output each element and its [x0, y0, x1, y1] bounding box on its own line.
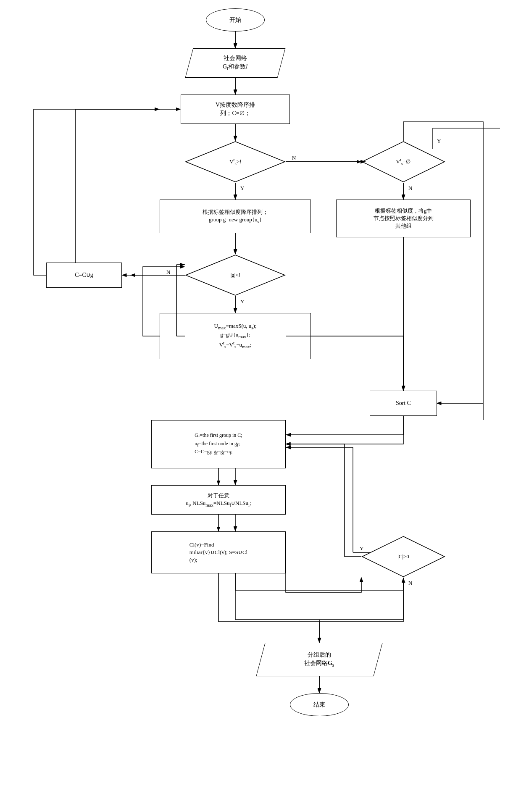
output-label: 分组后的社会网络Gs	[304, 651, 334, 669]
label-n1: N	[292, 155, 296, 161]
nlsu-rect: 对于任意 ui, NLSumax=NLSuf∪NLSui;	[151, 485, 286, 515]
diamond-g-l: |g|<l	[185, 254, 286, 296]
label-y3: Y	[240, 298, 244, 305]
merge-cg-rect: C=C∪g	[46, 263, 122, 288]
umax-label: Umax=maxS(u, us); g=g∪{umax}; Vts=Vts−um…	[214, 322, 257, 350]
nlsu-label: 对于任意 ui, NLSumax=NLSuf∪NLSui;	[186, 492, 251, 508]
distribute-label: 根据标签相似度，将g中节点按照标签相似度分到其他组	[372, 205, 435, 232]
sort-v-rect: V按度数降序排列；C=∅；	[181, 95, 290, 124]
input-parallelogram: 社会网络 Gt和参数l	[189, 48, 282, 78]
diamond-vs-empty: Vts=∅	[361, 141, 445, 183]
diamond-vs-l-label: Vts>l	[229, 157, 241, 167]
gf-label: Gf=the first group in C; uf=the first no…	[192, 429, 245, 459]
sort-c-rect: Sort C	[370, 391, 437, 416]
label-n3: N	[166, 269, 170, 276]
cl-v-label: Cl(v)=Find miliar{v}∪Cl(v); S=S∪Cl (v);	[188, 539, 249, 566]
sort-label-text: 根据标签相似度降序排列； group g=new group{us}	[203, 208, 268, 225]
sort-c-label: Sort C	[396, 399, 411, 407]
start-label: 开始	[229, 16, 241, 24]
merge-cg-label: C=C∪g	[75, 271, 93, 279]
distribute-rect: 根据标签相似度，将g中节点按照标签相似度分到其他组	[336, 200, 471, 237]
gf-rect: Gf=the first group in C; uf=the first no…	[151, 420, 286, 468]
flowchart: 开始 社会网络 Gt和参数l V按度数降序排列；C=∅； Vts>l	[0, 0, 521, 812]
sort-label-rect: 根据标签相似度降序排列； group g=new group{us}	[160, 200, 311, 233]
umax-rect: Umax=maxS(u, us); g=g∪{umax}; Vts=Vts−um…	[160, 313, 311, 359]
input-label: 社会网络 Gt和参数l	[223, 54, 247, 72]
label-n4: N	[408, 580, 412, 586]
diamond-c-0: |C|>0	[361, 536, 445, 578]
end-oval: 结束	[290, 693, 349, 716]
output-parallelogram: 分组后的社会网络Gs	[260, 643, 378, 676]
diamond-vs-empty-label: Vts=∅	[396, 157, 411, 167]
end-label: 结束	[313, 701, 325, 709]
diamond-c-0-label: |C|>0	[397, 553, 409, 560]
diamond-vs-l: Vts>l	[185, 141, 286, 183]
label-y4: Y	[360, 545, 363, 552]
sort-v-label: V按度数降序排列；C=∅；	[216, 101, 255, 117]
diamond-g-l-label: |g|<l	[231, 271, 240, 279]
label-y2: Y	[437, 138, 441, 145]
label-y1: Y	[240, 185, 244, 192]
label-n2: N	[408, 185, 412, 192]
cl-v-rect: Cl(v)=Find miliar{v}∪Cl(v); S=S∪Cl (v);	[151, 531, 286, 573]
start-oval: 开始	[206, 8, 265, 32]
